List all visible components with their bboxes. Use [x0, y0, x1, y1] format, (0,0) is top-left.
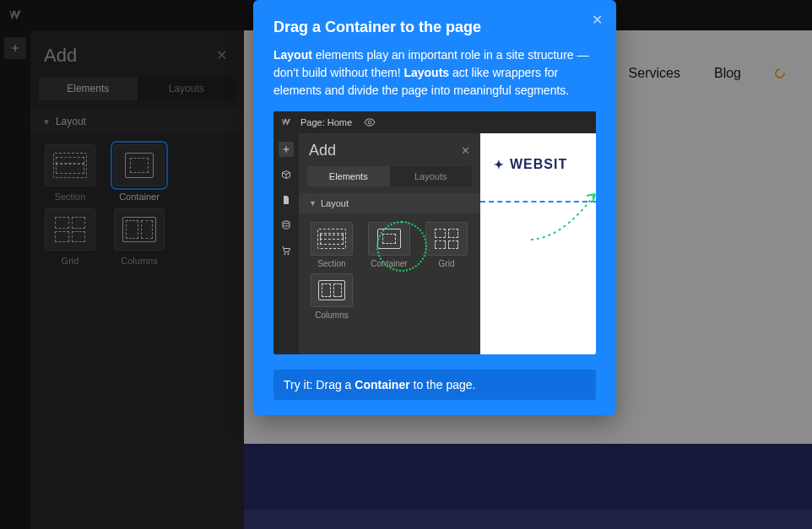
mini-page-label: Page: Home [300, 117, 352, 127]
columns-thumb-icon [114, 208, 165, 251]
sparkle-icon: ✦ [494, 158, 505, 171]
nav-link-services[interactable]: Services [629, 66, 680, 81]
tutorial-body: Layout elements play an important role i… [273, 46, 596, 100]
tab-elements[interactable]: Elements [39, 77, 138, 100]
box-icon [279, 167, 294, 182]
add-panel-tabs: Elements Layouts [30, 77, 244, 109]
tutorial-body-strong-2: Layouts [403, 66, 449, 79]
mini-section-label: Layout [321, 198, 349, 208]
svg-point-3 [288, 253, 290, 255]
add-element-button[interactable] [4, 37, 26, 59]
mini-element-grid: Grid [420, 222, 473, 268]
mini-topbar: Page: Home [273, 111, 596, 133]
element-section[interactable]: Section [39, 144, 101, 202]
element-grid[interactable]: Grid [39, 208, 101, 266]
close-icon: ✕ [461, 144, 470, 157]
close-icon[interactable]: ✕ [213, 44, 230, 67]
cart-icon [279, 243, 294, 258]
tryit-suffix: to the page. [410, 378, 476, 391]
drag-arrow-icon [529, 187, 596, 241]
element-label: Container [119, 192, 160, 202]
page-icon [279, 192, 294, 208]
tutorial-popover: ✕ Drag a Container to the page Layout el… [253, 0, 616, 415]
mini-canvas: ✦ WEBSIT [480, 133, 596, 354]
mini-element-columns: Columns [306, 273, 358, 320]
mini-left-rail [273, 133, 299, 354]
container-thumb-icon [114, 144, 165, 186]
mini-section-header: ▼ Layout [299, 193, 480, 213]
element-label: Columns [121, 256, 157, 266]
section-thumb-icon [45, 144, 95, 186]
mini-add-title: Add [309, 142, 336, 159]
highlight-ring-icon [376, 221, 427, 272]
tab-layouts[interactable]: Layouts [138, 77, 236, 100]
chevron-down-icon: ▼ [42, 117, 51, 127]
element-label: Section [55, 192, 86, 202]
hero-band-2 [244, 510, 812, 529]
add-panel-title: Add [44, 45, 77, 67]
close-icon[interactable]: ✕ [588, 8, 606, 31]
tryit-prefix: Try it: Drag a [284, 378, 355, 391]
mini-tab-layouts: Layouts [390, 166, 473, 186]
add-panel: Add ✕ Elements Layouts ▼ Layout Section … [30, 30, 244, 529]
element-label: Grid [62, 256, 79, 266]
section-layout-header[interactable]: ▼ Layout [30, 109, 244, 134]
svg-point-0 [368, 121, 371, 124]
tutorial-illustration: Page: Home Add ✕ Elements Layouts ▼ Lay [273, 111, 596, 354]
plus-icon [279, 142, 294, 157]
tutorial-tryit: Try it: Drag a Container to the page. [273, 370, 596, 400]
left-rail [0, 30, 30, 529]
element-columns[interactable]: Columns [108, 208, 171, 266]
mini-site-title: ✦ WEBSIT [494, 157, 567, 172]
svg-point-1 [283, 221, 290, 224]
svg-point-2 [284, 253, 286, 255]
webflow-logo-icon [279, 115, 294, 130]
grid-thumb-icon [45, 208, 95, 251]
mini-element-section: Section [306, 222, 358, 268]
mini-tab-elements: Elements [307, 166, 390, 186]
tutorial-body-strong-1: Layout [273, 48, 312, 62]
chevron-down-icon: ▼ [309, 199, 317, 208]
element-container[interactable]: Container [108, 144, 171, 202]
hero-band [244, 444, 812, 510]
database-icon [279, 218, 294, 233]
tryit-strong: Container [355, 378, 409, 391]
preview-icon [362, 115, 377, 130]
element-grid: Section Container Grid Columns [30, 134, 244, 276]
site-nav: Services Blog [629, 66, 785, 81]
tutorial-title: Drag a Container to the page [273, 19, 596, 36]
nav-link-blog[interactable]: Blog [714, 66, 741, 81]
webflow-logo[interactable] [0, 0, 30, 30]
section-header-label: Layout [56, 116, 86, 127]
nav-cta-icon[interactable] [773, 67, 788, 81]
